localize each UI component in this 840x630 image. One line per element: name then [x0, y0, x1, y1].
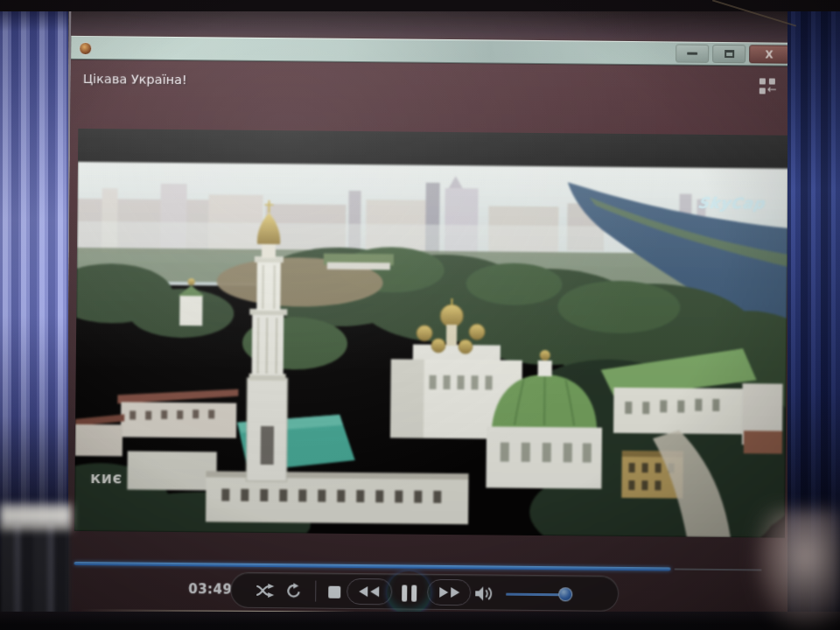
video-viewport[interactable]: SkyCap КИЄ [74, 129, 788, 538]
seek-remainder [675, 568, 762, 570]
repeat-icon [285, 583, 303, 598]
window-icon [79, 42, 92, 55]
video-watermark: SkyCap [696, 194, 766, 213]
rewind-button[interactable] [346, 578, 392, 605]
rewind-icon [357, 585, 382, 598]
video-scene [74, 162, 788, 538]
video-caption: КИЄ [90, 472, 122, 486]
shuffle-button[interactable] [256, 584, 275, 598]
repeat-button[interactable] [285, 583, 303, 598]
projector-screen: X Цікава Україна! ← [63, 4, 795, 622]
stop-button[interactable] [327, 585, 340, 598]
close-icon: X [765, 48, 773, 60]
pause-button[interactable] [387, 570, 430, 614]
volume-slider[interactable] [506, 586, 578, 603]
photo-of-projection: X Цікава Україна! ← [0, 0, 840, 630]
media-player-window: X Цікава Україна! ← [66, 4, 794, 622]
pause-icon [402, 584, 416, 601]
switch-to-library-icon [760, 78, 766, 84]
volume-fill [506, 593, 565, 597]
volume-icon [474, 585, 495, 601]
restore-button[interactable] [712, 45, 746, 63]
mute-button[interactable] [474, 585, 495, 601]
library-arrow-glyph: ← [767, 83, 777, 94]
lens-glow [754, 509, 840, 630]
floor-shadow [0, 612, 840, 630]
close-button[interactable]: X [749, 45, 789, 63]
controls-pill [230, 572, 619, 612]
stop-icon [328, 585, 340, 598]
light-reflection [0, 503, 72, 531]
restore-icon [724, 50, 734, 58]
window-buttons: X [676, 44, 789, 64]
switch-to-library-button[interactable]: ← [760, 78, 780, 97]
fast-forward-button[interactable] [427, 579, 471, 606]
shuffle-icon [256, 584, 275, 598]
volume-thumb[interactable] [558, 587, 572, 601]
controls-divider [315, 581, 316, 602]
now-playing-title: Цікава Україна! [83, 72, 187, 87]
fast-forward-icon [437, 586, 461, 598]
minimize-icon [687, 52, 697, 55]
minimize-button[interactable] [676, 44, 709, 62]
